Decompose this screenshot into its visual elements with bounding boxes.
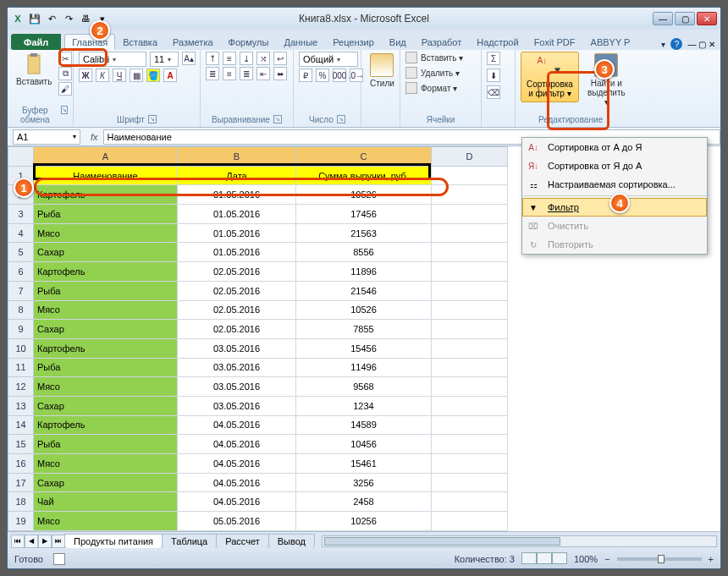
save-icon[interactable]: 💾	[28, 12, 41, 25]
cell[interactable]	[432, 223, 508, 243]
clear-icon[interactable]: ⌫	[487, 85, 500, 99]
zoom-in-button[interactable]: +	[709, 554, 714, 564]
tab-file[interactable]: Файл	[11, 34, 61, 50]
cell[interactable]: 2458	[296, 492, 432, 512]
cell[interactable]: Рыба	[34, 435, 178, 454]
tab-abbyy[interactable]: ABBYY P	[583, 34, 638, 50]
cell[interactable]: 11496	[296, 358, 432, 377]
clipboard-launcher[interactable]: ↘	[61, 106, 68, 114]
cell[interactable]: Картофель	[34, 415, 178, 435]
align-right-icon[interactable]: ≣	[240, 67, 253, 80]
help-icon[interactable]: ?	[670, 38, 682, 50]
sheet-tab[interactable]: Таблица	[162, 534, 217, 548]
cut-icon[interactable]: ✂	[58, 52, 72, 65]
horizontal-scrollbar[interactable]	[322, 535, 717, 547]
zoom-slider[interactable]	[617, 557, 702, 561]
table-header-cell[interactable]: Дата	[178, 166, 296, 185]
cell[interactable]: 03.05.2016	[178, 396, 296, 415]
orientation-icon[interactable]: ⤭	[256, 52, 270, 65]
cell[interactable]: Мясо	[34, 300, 178, 320]
underline-icon[interactable]: Ч	[113, 69, 126, 82]
cell[interactable]: 3256	[296, 473, 432, 492]
cell[interactable]: 21546	[296, 281, 432, 300]
tab-review[interactable]: Рецензир	[325, 34, 382, 50]
cell[interactable]: Сахар	[34, 320, 178, 339]
sheet-tab[interactable]: Продукты питания	[64, 534, 163, 548]
cell[interactable]: 02.05.2016	[178, 281, 296, 300]
font-size-combo[interactable]: 11▾	[150, 52, 179, 67]
sheet-nav-first[interactable]: ⏮	[11, 535, 25, 548]
workbook-controls[interactable]: — ▢ ✕	[687, 40, 715, 49]
cell[interactable]: 02.05.2016	[178, 300, 296, 320]
cell[interactable]: 10526	[296, 185, 432, 205]
row-header[interactable]: 8	[8, 300, 34, 320]
col-header-b[interactable]: B	[178, 147, 296, 167]
sheet-nav-last[interactable]: ⏭	[52, 535, 65, 548]
sort-filter-button[interactable]: Сортировка и фильтр ▾	[521, 52, 579, 102]
cell[interactable]: 9568	[296, 377, 432, 397]
sheet-tab[interactable]: Рассчет	[216, 534, 269, 548]
row-header[interactable]: 10	[8, 338, 34, 358]
minimize-button[interactable]: —	[653, 12, 673, 25]
wrap-text-icon[interactable]: ↩	[273, 52, 287, 65]
zoom-level[interactable]: 100%	[574, 554, 598, 564]
cell[interactable]: 04.05.2016	[178, 435, 296, 454]
col-header-c[interactable]: C	[296, 147, 432, 167]
cells-delete-button[interactable]: Удалить ▾	[405, 67, 460, 79]
cell[interactable]	[432, 454, 508, 474]
view-buttons[interactable]	[521, 552, 567, 566]
row-header[interactable]: 14	[8, 415, 34, 435]
cell[interactable]: Мясо	[34, 223, 178, 243]
cell[interactable]: Сахар	[34, 473, 178, 492]
row-header[interactable]: 12	[8, 377, 34, 397]
align-bottom-icon[interactable]: ⤓	[240, 52, 253, 65]
ribbon-minimize-icon[interactable]: ▾	[661, 40, 665, 49]
cell[interactable]: Рыба	[34, 358, 178, 377]
cell[interactable]: 15461	[296, 454, 432, 474]
menu-sort-za[interactable]: Я↓Сортировка от Я до А	[522, 156, 707, 175]
comma-icon[interactable]: 000	[333, 69, 346, 82]
percent-icon[interactable]: %	[316, 69, 329, 82]
cell[interactable]	[432, 166, 508, 185]
cell[interactable]: 21563	[296, 223, 432, 243]
number-format-combo[interactable]: Общий▾	[299, 52, 358, 67]
cell[interactable]: 01.05.2016	[178, 185, 296, 205]
merge-icon[interactable]: ⬌	[273, 67, 287, 80]
row-header[interactable]: 7	[8, 281, 34, 300]
tab-formulas[interactable]: Формулы	[221, 34, 277, 50]
col-header-a[interactable]: A	[34, 147, 178, 167]
close-button[interactable]: ✕	[697, 12, 717, 25]
sheet-nav-prev[interactable]: ◀	[25, 535, 38, 548]
tab-data[interactable]: Данные	[276, 34, 325, 50]
cell[interactable]: Мясо	[34, 454, 178, 474]
row-header[interactable]: 5	[8, 243, 34, 262]
cell[interactable]	[432, 396, 508, 415]
cell[interactable]: 03.05.2016	[178, 358, 296, 377]
cell[interactable]: Картофель	[34, 338, 178, 358]
border-icon[interactable]: ▦	[130, 69, 143, 82]
cell[interactable]: 10256	[296, 512, 432, 531]
table-header-cell[interactable]: Сумма выручки, руб.	[296, 166, 432, 185]
paste-button[interactable]: Вставить	[13, 52, 55, 88]
cell[interactable]	[432, 185, 508, 205]
tab-view[interactable]: Вид	[382, 34, 414, 50]
cells-insert-button[interactable]: Вставить ▾	[405, 52, 463, 63]
cell[interactable]: Сахар	[34, 396, 178, 415]
cell[interactable]	[432, 243, 508, 262]
styles-button[interactable]: Стили	[367, 52, 398, 90]
copy-icon[interactable]: ⧉	[58, 67, 72, 80]
cell[interactable]: Сахар	[34, 243, 178, 262]
cell[interactable]	[432, 300, 508, 320]
row-header[interactable]: 18	[8, 492, 34, 512]
font-launcher[interactable]: ↘	[148, 115, 157, 123]
italic-icon[interactable]: К	[96, 69, 109, 82]
sheet-tab[interactable]: Вывод	[268, 534, 315, 548]
cell[interactable]: Мясо	[34, 512, 178, 531]
cell[interactable]	[432, 435, 508, 454]
cell[interactable]: Рыба	[34, 281, 178, 300]
table-header-cell[interactable]: Наименование	[34, 166, 178, 185]
tab-layout[interactable]: Разметка	[165, 34, 221, 50]
align-top-icon[interactable]: ⤒	[206, 52, 219, 65]
redo-icon[interactable]: ↷	[62, 12, 75, 25]
cell[interactable]: 01.05.2016	[178, 243, 296, 262]
